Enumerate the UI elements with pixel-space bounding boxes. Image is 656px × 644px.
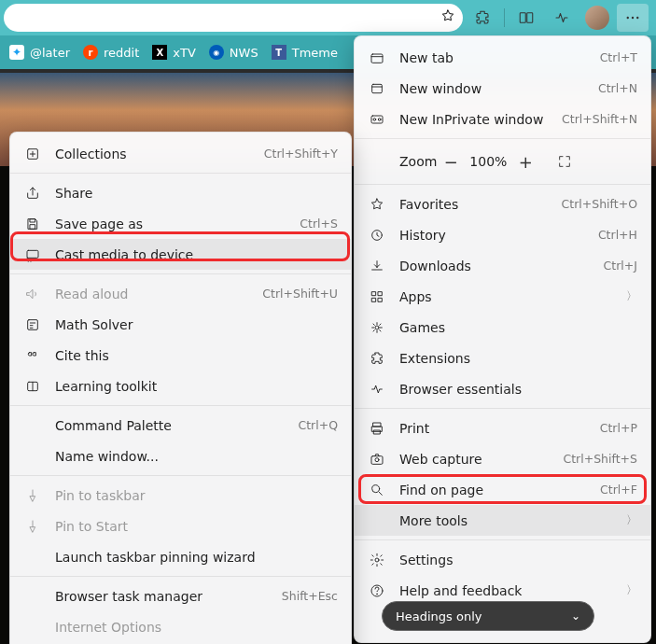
sub-pin-wizard[interactable]: Launch taskbar pinning wizard xyxy=(10,541,351,572)
menu-new-tab[interactable]: New tabCtrl+T xyxy=(355,42,650,73)
shortcut-label: Ctrl+T xyxy=(600,50,637,64)
cast-icon xyxy=(23,245,42,264)
sub-command-palette[interactable]: Command PaletteCtrl+Q xyxy=(10,410,351,441)
sub-cast-media[interactable]: Cast media to device xyxy=(10,239,351,270)
menu-downloads[interactable]: DownloadsCtrl+J xyxy=(355,250,650,281)
bookmark-label: reddit xyxy=(104,46,139,60)
avatar-icon xyxy=(585,6,609,30)
svg-rect-5 xyxy=(371,54,383,63)
inprivate-icon xyxy=(368,110,386,129)
bookmark-reddit[interactable]: rreddit xyxy=(83,45,139,60)
menu-label: Cite this xyxy=(55,348,338,363)
menu-new-window[interactable]: New windowCtrl+N xyxy=(355,73,650,104)
menu-label: Web capture xyxy=(399,452,563,467)
chevron-right-icon: 〉 xyxy=(626,582,637,598)
menu-label: Browser essentials xyxy=(399,382,637,397)
sub-read-aloud: Read aloudCtrl+Shift+U xyxy=(10,278,351,309)
dropdown-label: Headings only xyxy=(396,609,482,623)
reddit-icon: r xyxy=(83,45,98,60)
search-icon xyxy=(368,481,386,499)
read-aloud-icon xyxy=(23,285,42,303)
games-icon xyxy=(368,318,386,337)
menu-apps[interactable]: Apps〉 xyxy=(355,281,650,312)
more-menu-button[interactable] xyxy=(617,4,649,32)
shortcut-label: Ctrl+Shift+N xyxy=(562,112,637,126)
menu-label: Launch taskbar pinning wizard xyxy=(55,550,338,565)
headings-dropdown[interactable]: Headings only ⌄ xyxy=(382,601,594,631)
menu-more-tools[interactable]: More tools〉 xyxy=(355,505,650,536)
menu-essentials[interactable]: Browser essentials xyxy=(355,373,650,404)
menu-label: Pin to taskbar xyxy=(55,488,338,503)
tab-icon xyxy=(368,49,386,67)
toolbar-divider xyxy=(504,8,505,27)
sub-math-solver[interactable]: Math Solver xyxy=(10,309,351,340)
sub-share[interactable]: Share xyxy=(10,177,351,208)
menu-label: More tools xyxy=(399,513,619,528)
profile-button[interactable] xyxy=(581,4,613,32)
menu-history[interactable]: HistoryCtrl+H xyxy=(355,219,650,250)
performance-button[interactable] xyxy=(546,4,578,32)
save-icon xyxy=(23,215,42,233)
sub-save-page[interactable]: Save page asCtrl+S xyxy=(10,208,351,239)
menu-favorites[interactable]: FavoritesCtrl+Shift+O xyxy=(355,189,650,219)
svg-rect-19 xyxy=(371,455,383,464)
svg-point-24 xyxy=(377,594,378,595)
collections-icon xyxy=(23,145,42,163)
menu-label: Collections xyxy=(55,147,264,161)
svg-point-9 xyxy=(378,118,381,120)
menu-label: Find on page xyxy=(399,483,600,497)
chevron-right-icon: 〉 xyxy=(626,512,637,528)
print-icon xyxy=(368,419,386,438)
extensions-button[interactable] xyxy=(467,4,498,32)
svg-rect-28 xyxy=(27,250,38,258)
star-icon[interactable] xyxy=(440,8,455,27)
svg-rect-6 xyxy=(372,84,383,92)
split-screen-button[interactable] xyxy=(510,4,542,32)
zoom-in-button[interactable]: + xyxy=(511,147,539,175)
svg-rect-14 xyxy=(378,298,382,301)
sub-name-window[interactable]: Name window... xyxy=(10,441,351,471)
pin-icon xyxy=(23,486,42,505)
menu-label: Save page as xyxy=(55,217,300,231)
tmeme-icon: T xyxy=(272,45,286,60)
menu-label: Settings xyxy=(399,553,637,567)
zoom-out-button[interactable]: − xyxy=(437,147,465,175)
fullscreen-button[interactable] xyxy=(551,147,579,175)
sub-learning-toolkit[interactable]: Learning toolkit xyxy=(10,371,351,401)
menu-extensions[interactable]: Extensions xyxy=(355,343,650,373)
svg-rect-16 xyxy=(373,423,381,427)
bookmark-xtv[interactable]: XxTV xyxy=(152,45,196,60)
bookmark-nws[interactable]: ◉NWS xyxy=(209,45,258,60)
menu-label: Command Palette xyxy=(55,418,298,433)
menu-label: New window xyxy=(399,81,598,96)
svg-rect-11 xyxy=(372,291,376,295)
browser-toolbar xyxy=(0,0,656,35)
svg-rect-12 xyxy=(378,291,382,295)
svg-point-4 xyxy=(636,17,638,19)
shortcut-label: Ctrl+N xyxy=(598,81,637,95)
sub-cite-this[interactable]: Cite this xyxy=(10,340,351,371)
svg-point-15 xyxy=(375,326,379,329)
menu-find[interactable]: Find on pageCtrl+F xyxy=(355,474,650,505)
svg-point-8 xyxy=(373,118,376,120)
sub-collections[interactable]: CollectionsCtrl+Shift+Y xyxy=(10,138,351,169)
menu-webcapture[interactable]: Web captureCtrl+Shift+S xyxy=(355,443,650,474)
menu-separator xyxy=(10,576,351,577)
sub-task-manager[interactable]: Browser task managerShift+Esc xyxy=(10,581,351,611)
bookmark-tmeme[interactable]: TTmeme xyxy=(272,45,338,60)
address-bar[interactable] xyxy=(4,4,463,32)
menu-print[interactable]: PrintCtrl+P xyxy=(355,413,650,443)
x-icon: X xyxy=(152,45,167,60)
menu-settings[interactable]: Settings xyxy=(355,544,650,575)
menu-games[interactable]: Games xyxy=(355,312,650,343)
window-icon xyxy=(368,79,386,98)
shortcut-label: Ctrl+Q xyxy=(298,418,338,432)
svg-point-21 xyxy=(372,484,380,492)
svg-rect-18 xyxy=(374,430,381,434)
shortcut-label: Ctrl+S xyxy=(300,217,338,231)
sub-pin-start: Pin to Start xyxy=(10,511,351,541)
menu-inprivate[interactable]: New InPrivate windowCtrl+Shift+N xyxy=(355,104,650,134)
svg-point-3 xyxy=(632,17,634,19)
bookmark-later[interactable]: ✦@later xyxy=(9,45,70,60)
star-icon xyxy=(368,195,386,214)
